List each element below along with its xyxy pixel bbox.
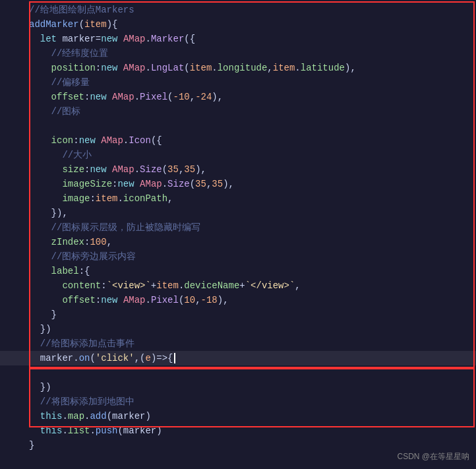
line-7: offset:new AMap.Pixel(-10,-24), [0,90,476,104]
code-area: //给地图绘制点Markers addMarker(item){ let mar… [0,0,476,455]
line-10: icon:new AMap.Icon({ [0,133,476,148]
line-content-11: //大小 [26,148,476,162]
line-3: let marker=new AMap.Marker({ [0,32,476,46]
line-content-24: //给图标添加点击事件 [26,336,476,351]
line-26 [0,365,476,380]
line-content-8: //图标 [26,104,476,119]
line-content-25: marker.on('click',(e)=>{ [26,351,476,365]
line-31: } [0,438,476,453]
line-1: //给地图绘制点Markers [0,3,476,17]
line-content-27: }) [26,380,476,394]
line-11: //大小 [0,148,476,162]
line-content-23: }) [26,322,476,336]
line-23: }) [0,322,476,336]
line-2: addMarker(item){ [0,17,476,32]
line-content-20: content:`<view>`+item.deviceName+`</view… [26,278,476,293]
line-content-16: //图标展示层级，防止被隐藏时编写 [26,220,476,235]
line-20: content:`<view>`+item.deviceName+`</view… [0,278,476,293]
line-content-30: this.list.push(marker) [26,423,476,438]
line-content-26 [26,365,476,380]
line-content-21: offset:new AMap.Pixel(10,-18), [26,293,476,307]
line-content-1: //给地图绘制点Markers [26,3,476,17]
line-18: //图标旁边展示内容 [0,249,476,264]
line-5: position:new AMap.LngLat(item.longitude,… [0,61,476,75]
line-21: offset:new AMap.Pixel(10,-18), [0,293,476,307]
line-19: label:{ [0,264,476,278]
line-content-17: zIndex:100, [26,235,476,249]
line-content-19: label:{ [26,264,476,278]
line-content-2: addMarker(item){ [26,17,476,32]
line-content-13: imageSize:new AMap.Size(35,35), [26,177,476,191]
line-24: //给图标添加点击事件 [0,336,476,351]
line-9 [0,119,476,133]
line-12: size:new AMap.Size(35,35), [0,162,476,177]
line-content-10: icon:new AMap.Icon({ [26,133,476,148]
line-16: //图标展示层级，防止被隐藏时编写 [0,220,476,235]
line-4: //经纬度位置 [0,46,476,61]
line-content-4: //经纬度位置 [26,46,476,61]
line-content-22: } [26,307,476,322]
line-content-15: }), [26,206,476,220]
line-content-6: //偏移量 [26,75,476,90]
line-content-31: } [26,438,476,453]
line-17: zIndex:100, [0,235,476,249]
line-29: this.map.add(marker) [0,409,476,423]
line-content-9 [26,119,476,133]
line-content-12: size:new AMap.Size(35,35), [26,162,476,177]
line-6: //偏移量 [0,75,476,90]
line-30: this.list.push(marker) [0,423,476,438]
line-14: image:item.iconPath, [0,191,476,206]
line-13: imageSize:new AMap.Size(35,35), [0,177,476,191]
line-8: //图标 [0,104,476,119]
editor-container: //给地图绘制点Markers addMarker(item){ let mar… [0,0,476,469]
line-25: marker.on('click',(e)=>{ [0,351,476,365]
line-content-18: //图标旁边展示内容 [26,249,476,264]
line-content-3: let marker=new AMap.Marker({ [26,32,476,46]
line-content-5: position:new AMap.LngLat(item.longitude,… [26,61,476,75]
line-content-7: offset:new AMap.Pixel(-10,-24), [26,90,476,104]
watermark: CSDN @在等星星呐 [397,451,469,462]
line-content-14: image:item.iconPath, [26,191,476,206]
line-22: } [0,307,476,322]
line-27: }) [0,380,476,394]
line-28: //将图标添加到地图中 [0,394,476,409]
line-15: }), [0,206,476,220]
line-content-28: //将图标添加到地图中 [26,394,476,409]
line-content-29: this.map.add(marker) [26,409,476,423]
